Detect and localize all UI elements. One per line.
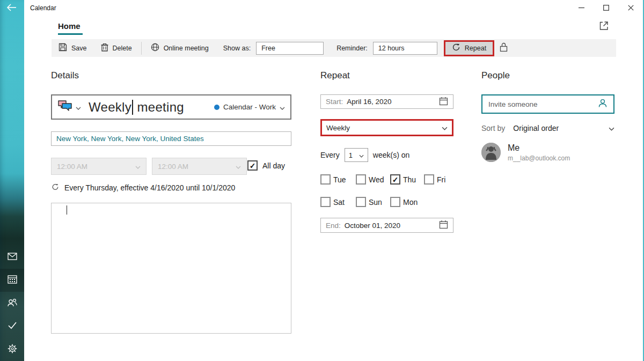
save-icon [58,43,67,53]
end-time-combobox-disabled: 12:00 AM [152,158,247,175]
calendar-picker-icon[interactable] [439,97,448,107]
all-day-label: All day [262,161,285,170]
recurrence-summary-text: Every Thursday, effective 4/16/2020 unti… [64,183,235,192]
sort-by-value: Original order [513,124,559,132]
toolbar-divider [141,42,142,55]
repeat-frequency-dropdown[interactable]: Weekly [320,119,453,136]
delete-button[interactable]: Delete [94,39,139,57]
day-checkbox[interactable]: ✓ [390,174,400,185]
sort-by-dropdown[interactable]: Sort by Original order [481,124,614,132]
minimize-icon [579,3,584,13]
show-as-label: Show as: [223,45,251,52]
nav-calendar[interactable] [0,269,24,292]
day-toggle-wed[interactable]: Wed [356,174,384,185]
back-arrow-icon [6,3,18,14]
nav-people[interactable] [0,292,24,315]
interval-value: 1 [349,151,353,159]
repeat-button[interactable]: Repeat [444,40,494,56]
event-description-field[interactable] [51,203,291,334]
day-toggle-sat[interactable]: Sat [320,197,345,207]
window-title: Calendar [30,4,56,12]
chevron-down-icon [359,151,364,159]
start-label: Start: [326,98,343,106]
event-name-text-after: meeting [134,100,184,115]
reminder-value: 12 hours [378,45,405,52]
attendee-row[interactable]: Me m__lab@outlook.com [481,143,570,162]
invite-field[interactable] [481,94,614,114]
calendar-color-dot [214,105,219,110]
close-button[interactable] [618,0,643,16]
save-label: Save [71,45,87,52]
day-toggle-sun[interactable]: Sun [356,197,382,207]
day-checkbox[interactable] [320,197,331,207]
calendar-picker-icon[interactable] [439,220,448,231]
avatar [481,143,501,162]
nav-icon-stack [0,246,24,361]
event-name-field[interactable]: Weekly meeting Calendar - Work [51,94,291,120]
repeat-start-date-field[interactable]: Start: April 16, 2020 [320,94,453,109]
text-cursor [67,205,67,215]
open-in-new-window-button[interactable] [598,20,610,32]
all-day-checkbox[interactable]: ✓ [247,160,258,171]
chevron-down-icon [609,124,614,132]
day-toggle-tue[interactable]: Tue [320,174,346,185]
trash-icon [101,43,108,53]
day-checkbox[interactable] [356,197,366,207]
chevron-down-icon [76,102,81,112]
maximize-button[interactable] [594,0,618,16]
window-controls [569,0,643,16]
every-label: Every [320,151,340,159]
show-as-value: Free [261,45,275,52]
save-button[interactable]: Save [52,39,94,57]
back-button[interactable] [2,1,21,16]
day-checkbox[interactable] [390,197,400,207]
minimize-button[interactable] [569,0,594,16]
recurrence-sync-icon [52,183,59,193]
text-cursor [132,100,133,115]
nav-settings[interactable] [0,338,24,361]
day-checkbox[interactable] [424,174,434,185]
attendee-name: Me [508,143,570,153]
repeat-heading: Repeat [320,70,350,81]
nav-todo[interactable] [0,315,24,338]
repeat-end-date-field[interactable]: End: October 01, 2020 [320,218,453,233]
start-time-combobox-disabled: 12:00 AM [51,158,147,175]
day-toggle-mon[interactable]: Mon [390,197,418,207]
check-glyph: ✓ [250,161,256,170]
end-date-value: October 01, 2020 [345,222,400,230]
tab-home[interactable]: Home [58,21,80,31]
repeat-interval-row: Every 1 week(s) on [320,148,409,162]
all-day-toggle[interactable]: ✓ All day [247,160,285,171]
day-toggle-fri[interactable]: Fri [424,174,445,185]
check-glyph: ✓ [392,175,399,184]
details-heading: Details [51,70,79,81]
event-name-input[interactable]: Weekly meeting [89,100,184,115]
chevron-down-icon [236,163,241,171]
checkmark-icon [8,321,17,331]
gear-icon [8,344,17,356]
chat-bubbles-icon [57,99,74,115]
delete-label: Delete [113,45,132,52]
sort-by-label: Sort by [481,124,505,132]
show-as-combobox[interactable]: Free [256,42,324,55]
day-checkbox[interactable] [356,174,366,185]
interval-dropdown[interactable]: 1 [345,148,368,162]
location-field[interactable]: New York, New York, New York, United Sta… [51,131,291,146]
event-emoji-picker[interactable] [57,99,81,115]
invite-input[interactable] [488,100,598,108]
nav-mail[interactable] [0,246,24,269]
calendar-selector-label: Calendar - Work [223,103,276,111]
day-toggle-thu[interactable]: ✓ Thu [390,174,416,185]
online-meeting-button[interactable]: Online meeting [144,39,216,57]
maximize-icon [603,3,609,13]
people-heading: People [481,70,510,81]
mail-icon [8,253,17,262]
chevron-down-icon [135,163,141,171]
location-value: New York, New York, New York, United Sta… [56,135,204,143]
reminder-combobox[interactable]: 12 hours [373,42,437,55]
people-icon [7,298,18,309]
start-time-value: 12:00 AM [57,163,87,171]
repeat-button-label: Repeat [465,45,486,52]
calendar-selector[interactable]: Calendar - Work [214,102,285,112]
day-checkbox[interactable] [320,174,331,185]
